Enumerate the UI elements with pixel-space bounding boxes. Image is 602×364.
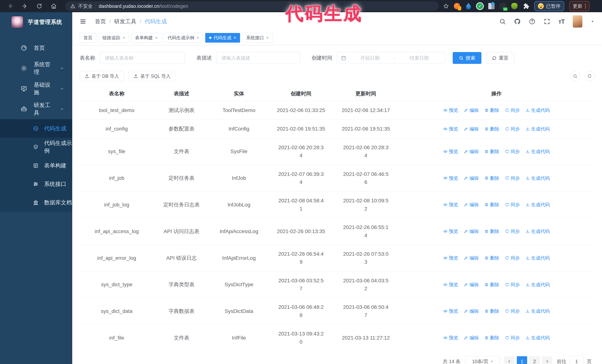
- edit-action-link[interactable]: 编辑: [464, 254, 479, 262]
- bookmark-star-icon[interactable]: [443, 3, 449, 9]
- eye-action-link[interactable]: 预览: [443, 254, 458, 262]
- sync-action-link[interactable]: 同步: [505, 228, 520, 235]
- security-label[interactable]: 不安全: [78, 3, 93, 10]
- hide-search-button[interactable]: [570, 71, 580, 81]
- search-icon[interactable]: [499, 18, 506, 25]
- eye-action-link[interactable]: 预览: [443, 228, 458, 235]
- edit-action-link[interactable]: 编辑: [464, 148, 479, 155]
- home-icon[interactable]: [51, 3, 57, 9]
- date-range-picker[interactable]: 开始日期 - 结束日期: [337, 52, 445, 64]
- download-action-link[interactable]: 生成代码: [526, 175, 550, 182]
- tab-2[interactable]: 表单构建×: [131, 33, 161, 42]
- extension-blue-drop-icon[interactable]: [465, 3, 472, 9]
- edit-action-link[interactable]: 编辑: [464, 107, 479, 114]
- github-icon[interactable]: [514, 18, 521, 25]
- trash-action-link[interactable]: 删除: [484, 334, 499, 341]
- sync-action-link[interactable]: 同步: [505, 308, 520, 315]
- download-action-link[interactable]: 生成代码: [526, 254, 550, 262]
- trash-action-link[interactable]: 删除: [484, 308, 499, 315]
- hamburger-icon[interactable]: [80, 18, 86, 25]
- close-icon[interactable]: ×: [196, 36, 199, 40]
- trash-action-link[interactable]: 删除: [484, 254, 499, 262]
- refresh-table-button[interactable]: [585, 71, 595, 81]
- submenu-item-3[interactable]: 系统接口: [0, 175, 72, 193]
- help-icon[interactable]: [529, 18, 536, 25]
- download-action-link[interactable]: 生成代码: [526, 334, 550, 341]
- tab-5[interactable]: 系统接口×: [242, 33, 273, 42]
- sidebar-item-1[interactable]: 系统管理: [0, 58, 72, 79]
- trash-action-link[interactable]: 删除: [484, 107, 499, 114]
- kebab-menu-icon[interactable]: [585, 4, 586, 9]
- eye-action-link[interactable]: 预览: [443, 334, 458, 341]
- trash-action-link[interactable]: 删除: [484, 228, 499, 235]
- edit-action-link[interactable]: 编辑: [464, 334, 479, 341]
- trash-action-link[interactable]: 删除: [484, 125, 499, 133]
- reset-button[interactable]: 重置: [486, 52, 514, 64]
- date-end-placeholder[interactable]: 结束日期: [397, 55, 441, 61]
- extensions-puzzle-icon[interactable]: [523, 3, 529, 9]
- date-start-placeholder[interactable]: 开始日期: [348, 55, 392, 61]
- sync-action-link[interactable]: 同步: [505, 175, 520, 182]
- prev-page-button[interactable]: [504, 356, 515, 364]
- extension-grid-icon[interactable]: [488, 3, 494, 9]
- forward-icon[interactable]: [22, 3, 28, 9]
- eye-action-link[interactable]: 预览: [443, 107, 458, 114]
- app-logo-row[interactable]: 芋道管理系统: [0, 12, 72, 31]
- sidebar-item-3[interactable]: 研发工具: [0, 99, 72, 119]
- table-name-input[interactable]: [100, 52, 185, 64]
- sync-action-link[interactable]: 同步: [505, 107, 520, 114]
- extension-dark-on-icon[interactable]: on: [500, 3, 506, 9]
- paused-badge[interactable]: 已暂停: [534, 1, 564, 11]
- download-action-link[interactable]: 生成代码: [526, 228, 550, 235]
- edit-action-link[interactable]: 编辑: [464, 228, 479, 235]
- sync-action-link[interactable]: 同步: [505, 125, 520, 133]
- trash-action-link[interactable]: 删除: [484, 281, 499, 288]
- import-sql-button[interactable]: 基于 SQL 导入: [129, 71, 176, 81]
- chevron-down-icon[interactable]: [591, 20, 595, 23]
- download-action-link[interactable]: 生成代码: [526, 308, 550, 315]
- address-bar[interactable]: 不安全 dashboard.yudao.iocoder.cn/tool/code…: [65, 1, 439, 11]
- table-desc-input[interactable]: [216, 52, 300, 64]
- sync-action-link[interactable]: 同步: [505, 254, 520, 262]
- extension-green-check-icon[interactable]: ✓: [477, 3, 483, 9]
- breadcrumb-home[interactable]: 首页: [95, 18, 106, 25]
- import-db-button[interactable]: 基于 DB 导入: [80, 71, 124, 81]
- sync-action-link[interactable]: 同步: [505, 281, 520, 288]
- download-action-link[interactable]: 生成代码: [526, 125, 550, 133]
- page-button-1[interactable]: 1: [517, 356, 527, 364]
- close-icon[interactable]: ×: [234, 36, 236, 40]
- trash-action-link[interactable]: 删除: [484, 148, 499, 155]
- edit-action-link[interactable]: 编辑: [464, 125, 479, 133]
- eye-action-link[interactable]: 预览: [443, 175, 458, 182]
- sidebar-item-2[interactable]: 基础设施: [0, 79, 72, 99]
- tab-1[interactable]: 链路追踪×: [98, 33, 129, 42]
- edit-action-link[interactable]: 编辑: [464, 308, 479, 315]
- download-action-link[interactable]: 生成代码: [526, 107, 550, 114]
- font-size-icon[interactable]: тT: [559, 18, 565, 25]
- trash-action-link[interactable]: 删除: [484, 201, 499, 208]
- sidebar-item-0[interactable]: 首页: [0, 38, 72, 58]
- back-icon[interactable]: [7, 3, 13, 9]
- extension-orange-icon[interactable]: [454, 3, 460, 9]
- submenu-item-4[interactable]: 数据库文档: [0, 193, 72, 212]
- close-icon[interactable]: ×: [122, 36, 125, 40]
- close-icon[interactable]: ×: [155, 36, 158, 40]
- tab-4[interactable]: 代码生成×: [205, 33, 240, 42]
- download-action-link[interactable]: 生成代码: [526, 148, 550, 155]
- search-button[interactable]: 搜索: [453, 52, 481, 64]
- reload-icon[interactable]: [36, 3, 42, 9]
- tab-0[interactable]: 首页: [80, 33, 96, 42]
- page-size-select[interactable]: 10条/页 ▾: [465, 356, 500, 364]
- update-button[interactable]: 更新: [570, 1, 589, 11]
- extension-robot-icon[interactable]: [511, 3, 517, 9]
- sync-action-link[interactable]: 同步: [505, 334, 520, 341]
- edit-action-link[interactable]: 编辑: [464, 175, 479, 182]
- submenu-item-1[interactable]: 代码生成示例: [0, 138, 72, 156]
- tab-3[interactable]: 代码生成示例×: [164, 33, 203, 42]
- eye-action-link[interactable]: 预览: [443, 125, 458, 133]
- avatar[interactable]: [573, 15, 582, 28]
- goto-page-input[interactable]: [570, 356, 584, 364]
- next-page-button[interactable]: [542, 356, 552, 364]
- close-icon[interactable]: ×: [266, 36, 269, 40]
- eye-action-link[interactable]: 预览: [443, 148, 458, 155]
